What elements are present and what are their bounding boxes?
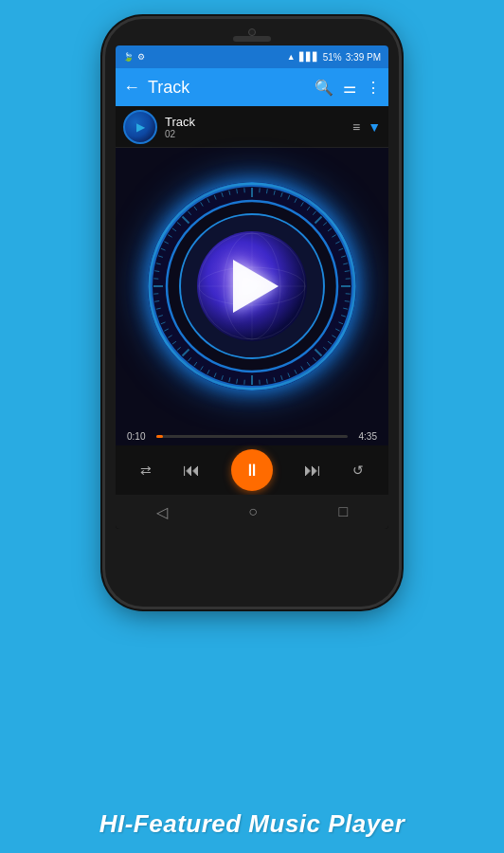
back-button[interactable]: ← <box>123 78 140 98</box>
nav-home-button[interactable]: ○ <box>248 503 258 520</box>
prev-button[interactable]: ⏮ <box>183 461 200 481</box>
pause-button[interactable]: ⏸ <box>231 449 273 491</box>
track-details: Track 02 <box>165 115 352 139</box>
phone-speaker <box>233 36 271 42</box>
toolbar-title: Track <box>148 78 315 98</box>
track-info-bar: ▶ Track 02 ≡ ▼ <box>116 106 388 148</box>
toolbar-icons: 🔍 ⚌ ⋮ <box>315 79 381 97</box>
shuffle-button[interactable]: ⇄ <box>140 463 152 478</box>
phone-camera <box>248 28 256 36</box>
progress-bar-container: 0:10 4:35 <box>127 431 377 442</box>
track-controls-right: ≡ ▼ <box>352 119 381 135</box>
mini-play-icon: ▶ <box>136 120 145 134</box>
current-time-label: 0:10 <box>127 431 151 442</box>
bottom-banner: HI-Featured Music Player <box>0 795 504 853</box>
banner-text: HI-Featured Music Player <box>99 809 405 839</box>
total-time-label: 4:35 <box>353 431 377 442</box>
progress-fill <box>156 435 163 438</box>
nav-bar: ◁ ○ □ <box>116 495 388 529</box>
app-toolbar: ← Track 🔍 ⚌ ⋮ <box>116 68 388 106</box>
queue-icon[interactable]: ≡ <box>352 119 360 135</box>
controls-section: ⇄ ⏮ ⏸ ⏭ ↺ <box>116 445 388 495</box>
settings-icon: ⚙ <box>137 52 145 62</box>
disc-container[interactable]: /* ticks generated below */ <box>148 182 356 390</box>
play-button[interactable] <box>225 260 279 313</box>
progress-track[interactable] <box>156 435 348 438</box>
nav-back-button[interactable]: ◁ <box>156 503 168 521</box>
track-name: Track <box>165 115 352 129</box>
wifi-icon: ▲ <box>287 52 296 62</box>
more-options-icon[interactable]: ⋮ <box>366 79 381 97</box>
status-right: ▲ ▋▋▋ 51% 3:39 PM <box>287 52 381 63</box>
track-number: 02 <box>165 129 352 139</box>
player-main: /* ticks generated below */ <box>116 148 388 424</box>
current-time: 3:39 PM <box>346 52 381 63</box>
equalizer-icon[interactable]: ⚌ <box>343 79 356 97</box>
screen: 🍃 ⚙ ▲ ▋▋▋ 51% 3:39 PM ← Track 🔍 ⚌ ⋮ ▶ <box>116 45 388 529</box>
notification-icon: 🍃 <box>123 52 134 62</box>
next-button[interactable]: ⏭ <box>304 461 321 481</box>
status-left: 🍃 ⚙ <box>123 52 145 62</box>
progress-section: 0:10 4:35 <box>116 424 388 445</box>
dropdown-icon[interactable]: ▼ <box>368 119 381 135</box>
signal-icon: ▋▋▋ <box>299 52 319 62</box>
status-bar: 🍃 ⚙ ▲ ▋▋▋ 51% 3:39 PM <box>116 45 388 68</box>
nav-recent-button[interactable]: □ <box>339 503 349 520</box>
search-icon[interactable]: 🔍 <box>315 79 333 97</box>
repeat-button[interactable]: ↺ <box>352 463 364 478</box>
mini-album-art: ▶ <box>123 110 157 144</box>
pause-icon: ⏸ <box>243 461 261 481</box>
battery-percent: 51% <box>323 52 342 63</box>
phone-shell: 🍃 ⚙ ▲ ▋▋▋ 51% 3:39 PM ← Track 🔍 ⚌ ⋮ ▶ <box>105 19 399 607</box>
